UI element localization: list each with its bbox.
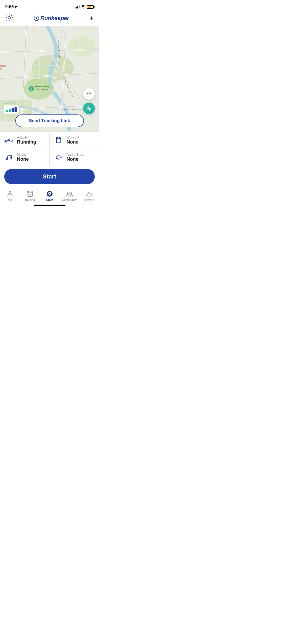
send-tracking-link-button[interactable]: Send Tracking Link [15,114,84,127]
workout-label: Workout [67,135,79,139]
community-icon [66,190,73,197]
svg-line-44 [5,140,7,141]
status-time: 9:56 [5,4,18,9]
svg-point-43 [88,108,90,109]
status-bar: 9:56 [0,0,99,12]
svg-text:COMMISSIONERS RD W: COMMISSIONERS RD W [58,108,85,111]
svg-point-50 [6,158,8,160]
nav-item-explore[interactable]: Explore [79,190,99,201]
my-location-button[interactable] [83,88,95,100]
svg-point-51 [10,158,12,159]
svg-point-62 [67,192,69,194]
svg-text:G: G [30,87,32,90]
gps-signal [4,105,19,114]
nav-item-start[interactable]: Start [40,190,59,201]
workout-icon [54,135,63,145]
svg-text:re: re [0,68,2,70]
broadcast-icon [86,105,92,112]
nav-community-label: Community [62,198,77,201]
activity-value: Running [17,139,36,145]
app-header: Runkeeper + [0,12,99,26]
music-icon [4,153,14,162]
start-nav-icon [46,189,53,198]
location-arrow-icon [15,5,18,8]
audio-stats-option[interactable]: Audio Stats None [50,149,99,166]
activity-workout-row: Activity Running Workout None [0,132,99,149]
app-logo: Runkeeper [34,15,69,22]
nav-item-community[interactable]: Community [59,190,79,201]
audio-stats-value: None [67,157,84,162]
svg-point-54 [11,192,11,193]
audio-stats-label: Audio Stats [67,153,84,157]
svg-point-0 [8,17,11,19]
svg-rect-55 [27,191,32,196]
nav-item-me[interactable]: Me [0,190,20,201]
live-tracking-button[interactable] [83,103,95,114]
gear-icon [5,14,13,22]
nav-explore-label: Explore [84,198,94,201]
svg-text:adian: adian [0,65,6,67]
svg-line-45 [5,141,6,142]
home-indicator [0,203,99,208]
music-audio-row: Music None Audio Stats None [0,149,99,166]
activity-option[interactable]: Activity Running [0,132,50,149]
nav-start-label: Start [46,198,53,201]
nav-training-label: Training [25,198,35,201]
svg-point-6 [69,36,95,57]
workout-option[interactable]: Workout None [50,132,99,149]
svg-point-61 [49,193,50,194]
status-icons [75,5,94,9]
activity-label: Activity [17,135,36,139]
cellular-signal [75,5,79,8]
nav-me-label: Me [8,198,12,201]
explore-icon [86,190,93,197]
svg-text:Thames Valley: Thames Valley [35,85,50,88]
start-button[interactable]: Start [4,169,95,184]
audio-stats-icon [54,153,63,162]
map-area[interactable]: G Thames Valley Golf Course Thames River… [0,26,99,131]
nav-item-training[interactable]: Training [20,190,40,201]
music-option[interactable]: Music None [0,149,50,166]
bottom-navigation: Me Training Start [0,188,99,203]
training-icon [26,190,33,197]
music-label: Music [17,153,29,157]
location-arrow-icon [86,91,92,97]
settings-button[interactable] [5,14,13,22]
add-button[interactable]: + [89,15,94,22]
runkeeper-logo-symbol [34,15,39,21]
music-value: None [17,157,29,162]
running-icon [4,135,14,145]
options-panel: Activity Running Workout None [0,131,99,166]
me-icon [7,190,13,197]
start-section: Start [0,166,99,188]
workout-value: None [67,139,79,145]
battery-icon [87,5,94,9]
svg-point-53 [9,192,10,193]
svg-text:Golf Course: Golf Course [36,88,48,91]
wifi-icon [81,5,85,8]
svg-point-63 [69,192,71,194]
